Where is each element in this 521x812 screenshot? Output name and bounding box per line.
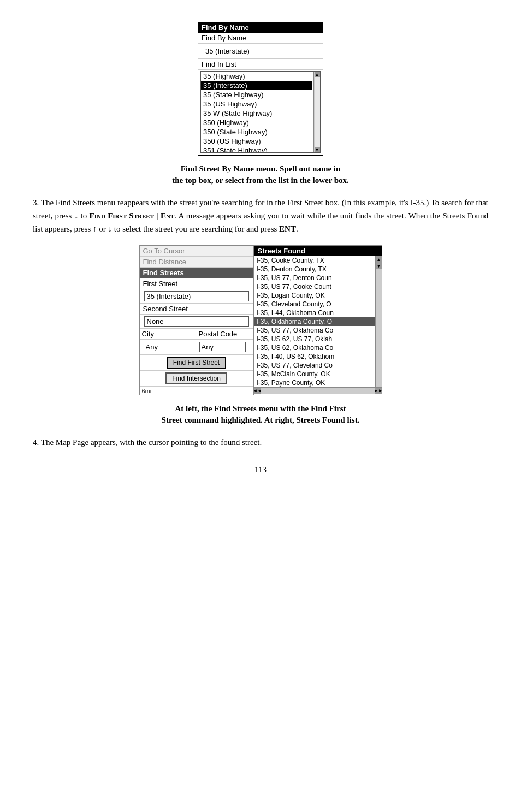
first-street-input[interactable]: 35 (Interstate) (144, 291, 249, 301)
find-distance-item[interactable]: Find Distance (140, 257, 253, 268)
streets-found-list[interactable]: I-35, Cooke County, TX I-35, Denton Coun… (254, 256, 382, 387)
street-item[interactable]: I-35, McClain County, OK (254, 370, 375, 378)
scroll-down-btn[interactable]: ▼ (376, 263, 382, 269)
list-item[interactable]: 35 (State Highway) (201, 90, 312, 99)
street-item[interactable]: I-35, US 62, US 77, Oklah (254, 335, 375, 343)
bottom-scrollbar[interactable]: ◄ ► (254, 387, 382, 394)
postal-input[interactable]: Any (199, 342, 246, 352)
list-item-selected[interactable]: 35 (Interstate) (201, 81, 312, 90)
any-any-row: Any Any (140, 340, 253, 355)
street-item-selected[interactable]: I-35, Oklahoma County, O (254, 317, 375, 326)
scroll-right-btn[interactable]: ► (375, 388, 382, 394)
second-street-input[interactable]: None (144, 316, 249, 327)
caption1: Find Street By Name menu. Spell out name… (33, 163, 488, 186)
first-street-label: First Street (140, 278, 253, 289)
find-streets-menu: Go To Cursor Find Distance Find Streets … (139, 245, 254, 395)
list-item[interactable]: 350 (US Highway) (201, 137, 312, 146)
postal-code-label: Postal Code (197, 329, 253, 339)
find-first-street-button[interactable]: Find First Street (167, 357, 226, 369)
ent-key: ENT (279, 224, 296, 233)
two-panel-screenshot: Go To Cursor Find Distance Find Streets … (33, 245, 488, 395)
find-intersection-btn-row: Find Intersection (140, 371, 253, 387)
street-item[interactable]: I-35, US 77, Denton Coun (254, 274, 375, 282)
scroll-left-btn[interactable]: ◄ (254, 388, 261, 394)
menu-title: Find By Name (198, 22, 323, 33)
second-street-label: Second Street (140, 304, 253, 315)
paragraph3: 3. The Find Streets menu reappears with … (33, 196, 488, 235)
find-by-name-menu: Find By Name Find By Name 35 (Interstate… (198, 22, 323, 156)
paragraph4: 4. The Map Page appears, with the cursor… (33, 436, 488, 449)
list-item[interactable]: 350 (State Highway) (201, 127, 312, 137)
street-item[interactable]: I-35, US 77, Cooke Count (254, 282, 375, 291)
search-input[interactable]: 35 (Interstate) (203, 46, 318, 56)
street-item[interactable]: I-35, I-40, US 62, Oklahom (254, 352, 375, 361)
scrollbar[interactable] (313, 72, 320, 152)
h-scroll-track (261, 388, 375, 394)
street-item[interactable]: I-35, I-44, Oklahoma Coun (254, 309, 375, 317)
scroll-up-btn[interactable]: ▲ (376, 256, 382, 263)
find-in-list-container[interactable]: 35 (Highway) 35 (Interstate) 35 (State H… (200, 71, 321, 153)
find-streets-item[interactable]: Find Streets (140, 268, 253, 278)
scroll-up[interactable] (315, 72, 320, 77)
streets-found-panel: Streets Found I-35, Cooke County, TX I-3… (254, 245, 382, 395)
street-item[interactable]: I-35, Cleveland County, O (254, 300, 375, 309)
scroll-down[interactable] (315, 147, 320, 152)
find-by-name-label: Find By Name (198, 33, 323, 44)
street-item[interactable]: I-35, Logan County, OK (254, 291, 375, 300)
street-item[interactable]: I-35, Payne County, OK (254, 378, 375, 387)
list-item[interactable]: 35 W (State Highway) (201, 109, 312, 118)
city-input[interactable]: Any (144, 342, 190, 352)
scale-indicator: 6mi (140, 387, 253, 395)
page-number: 113 (33, 465, 488, 475)
top-screenshot-container: Find By Name Find By Name 35 (Interstate… (33, 22, 488, 156)
find-first-street-command: Find First Street | Ent (90, 211, 175, 220)
list-item[interactable]: 351 (State Highway) (201, 146, 312, 153)
list-item[interactable]: 350 (Highway) (201, 118, 312, 127)
list-item[interactable]: 35 (Highway) (201, 72, 312, 81)
find-in-list-label: Find In List (198, 59, 323, 70)
find-first-street-btn-row: Find First Street (140, 355, 253, 371)
streets-found-title: Streets Found (254, 246, 382, 256)
street-item[interactable]: I-35, US 77, Oklahoma Co (254, 326, 375, 335)
street-item[interactable]: I-35, US 77, Cleveland Co (254, 361, 375, 370)
find-intersection-button[interactable]: Find Intersection (165, 372, 227, 384)
street-item[interactable]: I-35, Denton County, TX (254, 265, 375, 274)
streets-list-items: I-35, Cooke County, TX I-35, Denton Coun… (254, 256, 375, 387)
go-to-cursor-item[interactable]: Go To Cursor (140, 246, 253, 257)
street-item[interactable]: I-35, Cooke County, TX (254, 256, 375, 265)
street-item[interactable]: I-35, US 62, Oklahoma Co (254, 343, 375, 352)
list-items: 35 (Highway) 35 (Interstate) 35 (State H… (201, 72, 312, 153)
caption2: At left, the Find Streets menu with the … (33, 403, 488, 426)
city-postal-row: City Postal Code (140, 329, 253, 340)
right-scrollbar[interactable]: ▲ ▼ (375, 256, 382, 387)
list-item[interactable]: 35 (US Highway) (201, 99, 312, 109)
city-label: City (140, 329, 197, 339)
